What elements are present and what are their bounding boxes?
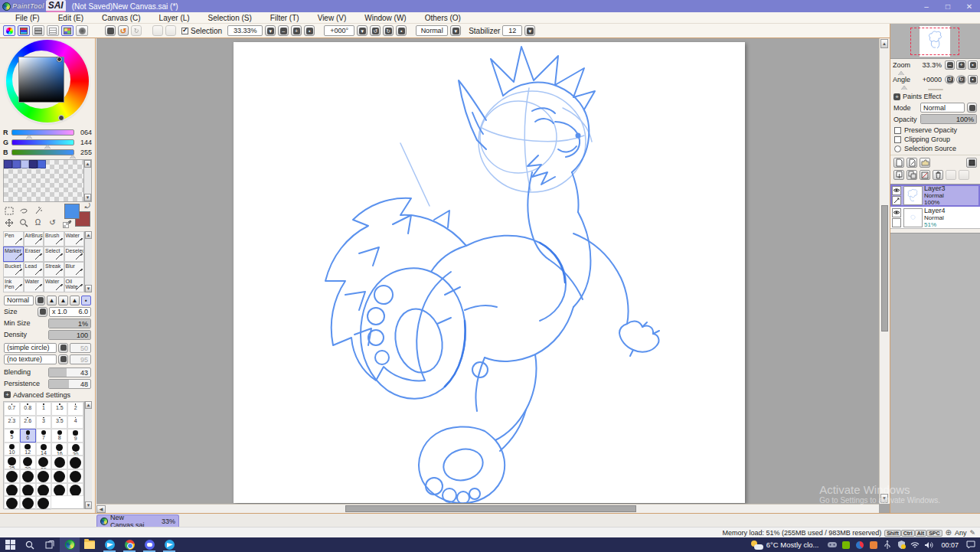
selection-source-radio[interactable] bbox=[894, 145, 901, 152]
sv-handle[interactable] bbox=[57, 57, 62, 62]
green-slider[interactable] bbox=[11, 139, 74, 145]
empty-swatch-slot[interactable] bbox=[38, 168, 46, 177]
brush-tool-water-13[interactable]: Water bbox=[24, 277, 44, 292]
brush-blend-mode-dropdown[interactable]: Normal bbox=[4, 296, 34, 305]
delete-layer-button[interactable] bbox=[933, 170, 943, 180]
angle-dropdown-button[interactable]: ▾ bbox=[357, 25, 368, 36]
empty-swatch-slot[interactable] bbox=[4, 177, 12, 185]
size-preset-200[interactable]: 200 bbox=[20, 483, 36, 497]
paint-mode-button[interactable]: ▾ bbox=[450, 25, 461, 36]
size-preset-2.6[interactable]: 2.6 bbox=[20, 416, 36, 430]
paint-mode-dropdown[interactable]: Normal bbox=[416, 25, 448, 36]
empty-swatch-slot[interactable] bbox=[29, 168, 38, 177]
size-preset-300[interactable]: 300 bbox=[51, 483, 67, 497]
layer-row-layer3[interactable]: Layer3 Normal 100% bbox=[890, 185, 980, 207]
rotate-cw-button[interactable]: ↻ bbox=[383, 25, 394, 36]
navigator-viewport-rect[interactable] bbox=[910, 28, 959, 55]
brush-scroll-down[interactable]: ▼ bbox=[85, 285, 92, 292]
rotate-canvas-tool[interactable]: Ω bbox=[32, 217, 44, 227]
drawing-canvas[interactable] bbox=[234, 42, 745, 503]
color-swatch[interactable] bbox=[21, 160, 29, 168]
taskbar-search-button[interactable] bbox=[20, 537, 40, 552]
brush-edge-flat-button[interactable]: ▪ bbox=[81, 296, 91, 305]
vertical-scroll-thumb[interactable] bbox=[881, 205, 888, 332]
color-wheel-panel-toggle[interactable] bbox=[3, 25, 15, 36]
paints-effect-header[interactable]: + Paints Effect bbox=[890, 91, 980, 102]
size-preset-3[interactable]: 3 bbox=[36, 416, 52, 430]
layer-up-button[interactable] bbox=[946, 170, 956, 180]
security-warning-tray-icon[interactable] bbox=[897, 541, 906, 550]
color-mixer-panel-toggle[interactable] bbox=[32, 25, 44, 36]
size-preset-150[interactable]: 150 bbox=[4, 483, 20, 497]
empty-swatch-slot[interactable] bbox=[29, 185, 38, 194]
zoom-in-button[interactable]: + bbox=[291, 25, 302, 36]
lasso-tool[interactable] bbox=[18, 206, 29, 216]
swatches-panel-toggle[interactable] bbox=[61, 25, 74, 36]
layer-opacity-bar[interactable]: 100% bbox=[920, 114, 977, 124]
size-preset-400[interactable]: 400 bbox=[4, 496, 20, 510]
empty-swatch-slot[interactable] bbox=[46, 177, 54, 185]
zoom-tool[interactable] bbox=[18, 217, 29, 227]
size-preset-50[interactable]: 50 bbox=[67, 456, 83, 469]
brush-tool-water-3[interactable]: Water bbox=[64, 231, 85, 247]
size-preset-1[interactable]: 1 bbox=[36, 402, 52, 416]
color-swatch[interactable] bbox=[29, 160, 38, 168]
empty-swatch-slot[interactable] bbox=[12, 177, 21, 185]
empty-swatch-slot[interactable] bbox=[29, 177, 38, 185]
red-slider[interactable] bbox=[11, 129, 74, 136]
brush-grid-scrollbar[interactable]: ▲ ▼ bbox=[84, 231, 92, 292]
redo-button[interactable]: ↻ bbox=[131, 25, 142, 36]
task-view-button[interactable] bbox=[40, 537, 60, 552]
brush-tool-water-14[interactable]: Water bbox=[44, 277, 64, 292]
empty-swatch-slot[interactable] bbox=[46, 185, 54, 194]
empty-swatch-slot[interactable] bbox=[21, 185, 29, 194]
brush-tool-streak-10[interactable]: Streak bbox=[44, 262, 64, 277]
blue-slider-handle[interactable] bbox=[70, 155, 76, 158]
brush-edge-soft-button[interactable]: ▲ bbox=[58, 296, 68, 305]
stabilizer-dropdown-button[interactable]: ▾ bbox=[524, 25, 535, 36]
selection-increment-button[interactable] bbox=[152, 25, 163, 36]
clipping-group-checkbox[interactable] bbox=[894, 136, 901, 143]
app-orange-tray-icon[interactable] bbox=[869, 541, 878, 550]
empty-swatch-slot[interactable] bbox=[12, 168, 21, 177]
empty-swatch-slot[interactable] bbox=[63, 168, 71, 177]
size-preset-350[interactable]: 350 bbox=[67, 483, 83, 497]
blue-slider[interactable] bbox=[11, 149, 74, 155]
brush-tool-eraser-5[interactable]: Eraser bbox=[24, 247, 44, 262]
brush-scroll-up[interactable]: ▲ bbox=[85, 231, 92, 239]
start-button[interactable] bbox=[0, 537, 20, 552]
taskbar-sai-app[interactable] bbox=[60, 537, 80, 552]
layer3-visibility-toggle[interactable] bbox=[892, 186, 901, 195]
size-field[interactable]: x 1.0 6.0 bbox=[49, 307, 91, 317]
nav-zoom-in-button[interactable]: + bbox=[956, 60, 966, 70]
size-preset-35[interactable]: 35 bbox=[36, 456, 52, 469]
nav-rotate-cw-button[interactable]: ↻ bbox=[956, 75, 966, 84]
color-swatch[interactable] bbox=[4, 160, 12, 168]
empty-swatch-slot[interactable] bbox=[12, 185, 21, 194]
empty-swatch-slot[interactable] bbox=[63, 177, 71, 185]
new-layer-button[interactable] bbox=[893, 158, 904, 168]
browser-update-tray-icon[interactable] bbox=[855, 541, 864, 550]
document-tab[interactable]: New Canvas.sai 33% bbox=[96, 514, 179, 527]
selection-checkbox[interactable] bbox=[181, 28, 188, 34]
preset-scrollbar[interactable]: ▲ ▼ bbox=[84, 401, 92, 509]
brush-texture-dropdown[interactable]: (no texture) bbox=[4, 354, 57, 364]
preset-scroll-down[interactable]: ▼ bbox=[85, 501, 92, 509]
brush-texture-button[interactable] bbox=[58, 354, 68, 364]
empty-swatch-slot[interactable] bbox=[46, 160, 54, 168]
nav-angle-reset-button[interactable]: ▪ bbox=[968, 75, 978, 84]
empty-swatch-slot[interactable] bbox=[71, 177, 80, 185]
menu-item-selection[interactable]: Selection (S) bbox=[199, 14, 261, 22]
key-config-icon[interactable]: ⊕ bbox=[946, 528, 952, 537]
preserve-opacity-checkbox[interactable] bbox=[894, 127, 901, 134]
usb-tray-icon[interactable] bbox=[883, 541, 892, 550]
angle-field[interactable]: +000° bbox=[324, 25, 354, 36]
magic-wand-tool[interactable] bbox=[32, 206, 44, 216]
scroll-up-button[interactable]: ▲ bbox=[880, 39, 888, 48]
foreground-color[interactable] bbox=[64, 204, 80, 219]
brush-tool-lead-9[interactable]: Lead bbox=[24, 262, 44, 277]
preset-scroll-up[interactable]: ▲ bbox=[85, 401, 92, 409]
menu-item-filter[interactable]: Filter (T) bbox=[261, 14, 309, 22]
size-preset-16[interactable]: 16 bbox=[51, 443, 67, 456]
empty-swatch-slot[interactable] bbox=[63, 160, 71, 168]
